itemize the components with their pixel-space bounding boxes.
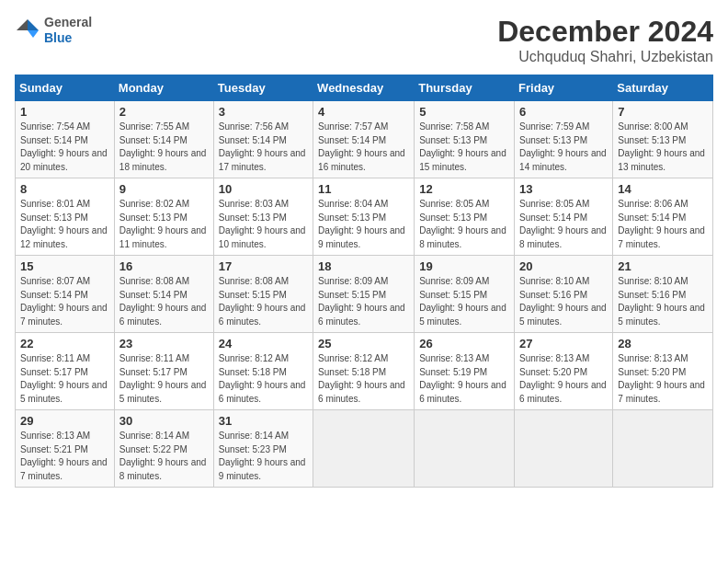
day-number: 12 xyxy=(419,182,509,196)
day-number: 28 xyxy=(618,337,708,350)
day-number: 30 xyxy=(119,414,209,428)
logo: General Blue xyxy=(15,15,92,46)
calendar-day-cell: 4Sunrise: 7:57 AMSunset: 5:14 PMDaylight… xyxy=(313,101,415,178)
day-info: Sunrise: 8:11 AMSunset: 5:17 PMDaylight:… xyxy=(20,352,109,406)
svg-marker-1 xyxy=(28,30,39,38)
day-info: Sunrise: 8:12 AMSunset: 5:18 PMDaylight:… xyxy=(318,352,409,406)
calendar-table: Sunday Monday Tuesday Wednesday Thursday… xyxy=(15,75,713,488)
calendar-day-cell: 21Sunrise: 8:10 AMSunset: 5:16 PMDayligh… xyxy=(613,256,713,333)
day-info: Sunrise: 8:02 AMSunset: 5:13 PMDaylight:… xyxy=(119,198,209,251)
calendar-day-cell: 14Sunrise: 8:06 AMSunset: 5:14 PMDayligh… xyxy=(613,178,713,256)
calendar-day-cell: 16Sunrise: 8:08 AMSunset: 5:14 PMDayligh… xyxy=(114,256,213,333)
calendar-day-cell: 9Sunrise: 8:02 AMSunset: 5:13 PMDaylight… xyxy=(114,178,213,256)
day-number: 17 xyxy=(219,259,308,273)
day-info: Sunrise: 7:56 AMSunset: 5:14 PMDaylight:… xyxy=(219,121,308,174)
svg-marker-2 xyxy=(17,19,28,30)
calendar-day-cell xyxy=(415,410,515,488)
calendar-header-row: Sunday Monday Tuesday Wednesday Thursday… xyxy=(16,75,713,101)
calendar-day-cell: 25Sunrise: 8:12 AMSunset: 5:18 PMDayligh… xyxy=(313,333,415,410)
calendar-day-cell: 19Sunrise: 8:09 AMSunset: 5:15 PMDayligh… xyxy=(415,256,515,333)
calendar-day-cell: 27Sunrise: 8:13 AMSunset: 5:20 PMDayligh… xyxy=(515,333,613,410)
calendar-subtitle: Uchquduq Shahri, Uzbekistan xyxy=(497,49,713,65)
col-friday: Friday xyxy=(515,75,613,101)
col-saturday: Saturday xyxy=(613,75,713,101)
calendar-day-cell: 17Sunrise: 8:08 AMSunset: 5:15 PMDayligh… xyxy=(213,256,313,333)
day-number: 25 xyxy=(318,337,409,350)
calendar-day-cell: 11Sunrise: 8:04 AMSunset: 5:13 PMDayligh… xyxy=(313,178,415,256)
calendar-day-cell: 8Sunrise: 8:01 AMSunset: 5:13 PMDaylight… xyxy=(16,178,115,256)
day-number: 13 xyxy=(519,182,608,196)
day-number: 31 xyxy=(219,414,308,428)
calendar-day-cell: 31Sunrise: 8:14 AMSunset: 5:23 PMDayligh… xyxy=(213,410,313,488)
day-number: 15 xyxy=(20,259,109,273)
day-number: 21 xyxy=(618,259,708,273)
day-info: Sunrise: 7:55 AMSunset: 5:14 PMDaylight:… xyxy=(119,121,209,174)
day-number: 20 xyxy=(519,259,608,273)
calendar-day-cell: 24Sunrise: 8:12 AMSunset: 5:18 PMDayligh… xyxy=(213,333,313,410)
calendar-day-cell xyxy=(613,410,713,488)
calendar-day-cell: 10Sunrise: 8:03 AMSunset: 5:13 PMDayligh… xyxy=(213,178,313,256)
day-info: Sunrise: 8:08 AMSunset: 5:15 PMDaylight:… xyxy=(219,275,308,328)
logo-text: General Blue xyxy=(44,15,92,46)
day-info: Sunrise: 8:06 AMSunset: 5:14 PMDaylight:… xyxy=(618,198,708,251)
day-info: Sunrise: 8:13 AMSunset: 5:19 PMDaylight:… xyxy=(419,352,509,406)
day-number: 4 xyxy=(318,105,409,119)
col-wednesday: Wednesday xyxy=(313,75,415,101)
day-info: Sunrise: 8:12 AMSunset: 5:18 PMDaylight:… xyxy=(219,352,308,406)
day-info: Sunrise: 8:10 AMSunset: 5:16 PMDaylight:… xyxy=(618,275,708,328)
calendar-day-cell: 22Sunrise: 8:11 AMSunset: 5:17 PMDayligh… xyxy=(16,333,115,410)
calendar-day-cell: 2Sunrise: 7:55 AMSunset: 5:14 PMDaylight… xyxy=(114,101,213,178)
day-info: Sunrise: 8:09 AMSunset: 5:15 PMDaylight:… xyxy=(318,275,409,328)
calendar-day-cell: 13Sunrise: 8:05 AMSunset: 5:14 PMDayligh… xyxy=(515,178,613,256)
day-info: Sunrise: 8:07 AMSunset: 5:14 PMDaylight:… xyxy=(20,275,109,328)
day-info: Sunrise: 8:10 AMSunset: 5:16 PMDaylight:… xyxy=(519,275,608,328)
day-number: 6 xyxy=(519,105,608,119)
title-area: December 2024 Uchquduq Shahri, Uzbekista… xyxy=(497,15,713,65)
svg-marker-0 xyxy=(28,19,39,30)
day-info: Sunrise: 8:14 AMSunset: 5:23 PMDaylight:… xyxy=(219,430,308,483)
calendar-day-cell: 30Sunrise: 8:14 AMSunset: 5:22 PMDayligh… xyxy=(114,410,213,488)
day-number: 19 xyxy=(419,259,509,273)
day-number: 18 xyxy=(318,259,409,273)
calendar-day-cell: 18Sunrise: 8:09 AMSunset: 5:15 PMDayligh… xyxy=(313,256,415,333)
calendar-day-cell xyxy=(515,410,613,488)
day-info: Sunrise: 8:05 AMSunset: 5:14 PMDaylight:… xyxy=(519,198,608,251)
day-info: Sunrise: 8:01 AMSunset: 5:13 PMDaylight:… xyxy=(20,198,109,251)
calendar-day-cell: 6Sunrise: 7:59 AMSunset: 5:13 PMDaylight… xyxy=(515,101,613,178)
day-info: Sunrise: 7:58 AMSunset: 5:13 PMDaylight:… xyxy=(419,121,509,174)
day-info: Sunrise: 8:14 AMSunset: 5:22 PMDaylight:… xyxy=(119,430,209,483)
day-info: Sunrise: 7:59 AMSunset: 5:13 PMDaylight:… xyxy=(519,121,608,174)
day-info: Sunrise: 8:13 AMSunset: 5:21 PMDaylight:… xyxy=(20,430,109,483)
calendar-week-row: 8Sunrise: 8:01 AMSunset: 5:13 PMDaylight… xyxy=(16,178,713,256)
calendar-week-row: 1Sunrise: 7:54 AMSunset: 5:14 PMDaylight… xyxy=(16,101,713,178)
day-number: 11 xyxy=(318,182,409,196)
day-info: Sunrise: 8:05 AMSunset: 5:13 PMDaylight:… xyxy=(419,198,509,251)
calendar-week-row: 15Sunrise: 8:07 AMSunset: 5:14 PMDayligh… xyxy=(16,256,713,333)
day-number: 26 xyxy=(419,337,509,350)
calendar-day-cell: 28Sunrise: 8:13 AMSunset: 5:20 PMDayligh… xyxy=(613,333,713,410)
col-thursday: Thursday xyxy=(415,75,515,101)
day-number: 29 xyxy=(20,414,109,428)
calendar-day-cell: 29Sunrise: 8:13 AMSunset: 5:21 PMDayligh… xyxy=(16,410,115,488)
day-number: 22 xyxy=(20,337,109,350)
header: General Blue December 2024 Uchquduq Shah… xyxy=(15,15,713,65)
day-number: 3 xyxy=(219,105,308,119)
day-info: Sunrise: 8:04 AMSunset: 5:13 PMDaylight:… xyxy=(318,198,409,251)
calendar-week-row: 29Sunrise: 8:13 AMSunset: 5:21 PMDayligh… xyxy=(16,410,713,488)
day-number: 2 xyxy=(119,105,209,119)
day-info: Sunrise: 8:13 AMSunset: 5:20 PMDaylight:… xyxy=(618,352,708,406)
day-info: Sunrise: 8:09 AMSunset: 5:15 PMDaylight:… xyxy=(419,275,509,328)
day-info: Sunrise: 8:11 AMSunset: 5:17 PMDaylight:… xyxy=(119,352,209,406)
calendar-week-row: 22Sunrise: 8:11 AMSunset: 5:17 PMDayligh… xyxy=(16,333,713,410)
day-info: Sunrise: 8:03 AMSunset: 5:13 PMDaylight:… xyxy=(219,198,308,251)
day-info: Sunrise: 7:54 AMSunset: 5:14 PMDaylight:… xyxy=(20,121,109,174)
day-info: Sunrise: 8:00 AMSunset: 5:13 PMDaylight:… xyxy=(618,121,708,174)
calendar-title: December 2024 xyxy=(497,15,713,49)
day-number: 7 xyxy=(618,105,708,119)
col-tuesday: Tuesday xyxy=(213,75,313,101)
day-number: 16 xyxy=(119,259,209,273)
day-info: Sunrise: 7:57 AMSunset: 5:14 PMDaylight:… xyxy=(318,121,409,174)
calendar-day-cell: 12Sunrise: 8:05 AMSunset: 5:13 PMDayligh… xyxy=(415,178,515,256)
calendar-day-cell xyxy=(313,410,415,488)
col-sunday: Sunday xyxy=(16,75,115,101)
